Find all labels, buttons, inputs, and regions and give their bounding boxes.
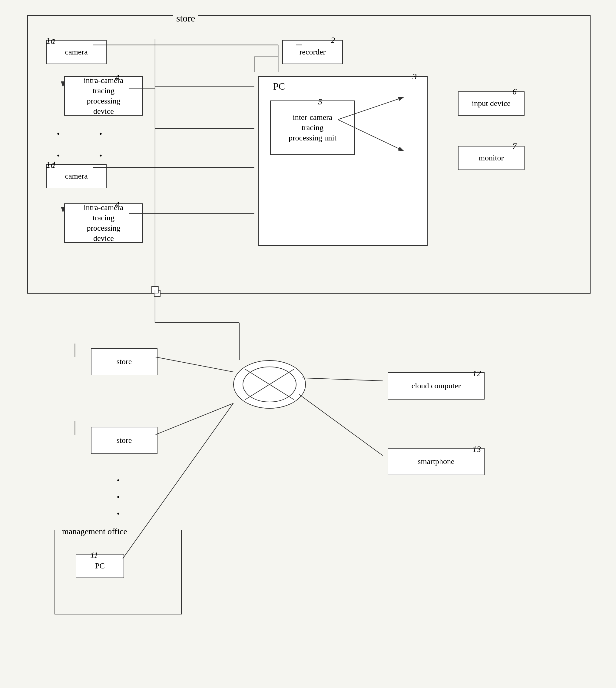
store-bottom-2-label: store [116, 435, 132, 445]
input-device-label: input device [472, 98, 511, 109]
hub-x-overlay [233, 360, 306, 409]
ref-4-bottom: 4 [115, 200, 119, 209]
smartphone-label: smartphone [418, 456, 454, 467]
ref-4-top: 4 [115, 73, 119, 82]
ref-7: 7 [512, 141, 517, 151]
cloud-computer-label: cloud computer [412, 381, 461, 391]
svg-line-27 [156, 357, 234, 372]
hub-x-svg [242, 366, 297, 403]
camera-1d: camera [46, 164, 107, 188]
store-bottom-2: store [91, 427, 157, 454]
intra-camera-bottom: intra-cameratracingprocessingdevice [64, 203, 143, 243]
mgmt-label: management office [62, 527, 127, 536]
diagram: store camera 1a intra-cameratracingproce… [15, 9, 601, 679]
inter-camera-label: inter-cameratracingprocessing unit [289, 112, 336, 143]
camera-1a: camera [46, 40, 107, 64]
svg-line-30 [302, 378, 382, 381]
junction-sq [154, 290, 160, 297]
ref-13: 13 [472, 444, 481, 454]
ref-1d: 1d [46, 160, 55, 170]
ref-5: 5 [318, 97, 322, 107]
ref-2: 2 [331, 36, 335, 45]
store-box: store camera 1a intra-cameratracingproce… [27, 15, 591, 294]
monitor-label: monitor [479, 153, 504, 163]
camera-1a-label: camera [65, 47, 88, 57]
ref-3: 3 [413, 72, 417, 82]
cloud-computer: cloud computer [388, 372, 485, 399]
inter-camera-unit: inter-cameratracingprocessing unit [270, 100, 355, 155]
mgmt-pc-label: PC [95, 561, 105, 571]
ref-12: 12 [472, 369, 481, 379]
svg-line-28 [156, 403, 234, 435]
intra-camera-top: intra-cameratracingprocessingdevice [64, 76, 143, 116]
store-label: store [173, 13, 198, 24]
camera-1d-label: camera [65, 171, 88, 181]
ref-6: 6 [512, 87, 517, 96]
recorder-label: recorder [300, 47, 326, 57]
pc-main-label: PC [273, 81, 285, 92]
store-bottom-1: store [91, 348, 157, 375]
smartphone: smartphone [388, 448, 485, 475]
svg-line-31 [299, 394, 382, 456]
ref-1a: 1a [46, 36, 55, 46]
store-bottom-1-label: store [116, 357, 132, 367]
dots-stores: ・・・ [112, 472, 127, 522]
mgmt-pc: PC [76, 554, 124, 578]
ref-11: 11 [90, 550, 98, 560]
